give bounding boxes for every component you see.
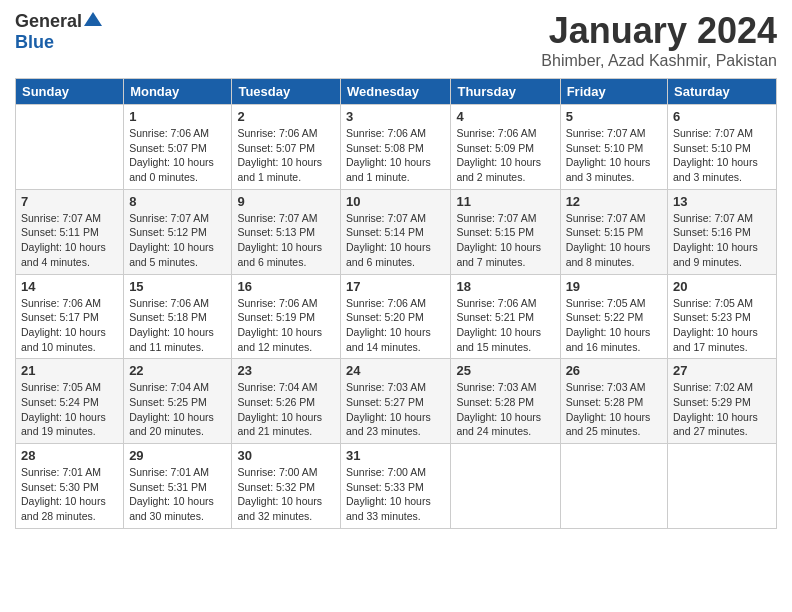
calendar-cell: 21Sunrise: 7:05 AM Sunset: 5:24 PM Dayli…	[16, 359, 124, 444]
day-info: Sunrise: 7:04 AM Sunset: 5:25 PM Dayligh…	[129, 380, 226, 439]
day-number: 29	[129, 448, 226, 463]
day-info: Sunrise: 7:07 AM Sunset: 5:12 PM Dayligh…	[129, 211, 226, 270]
calendar-cell	[16, 105, 124, 190]
logo-triangle-icon	[84, 10, 102, 28]
calendar-cell	[451, 444, 560, 529]
day-number: 9	[237, 194, 335, 209]
day-info: Sunrise: 7:02 AM Sunset: 5:29 PM Dayligh…	[673, 380, 771, 439]
calendar-cell: 15Sunrise: 7:06 AM Sunset: 5:18 PM Dayli…	[124, 274, 232, 359]
calendar-cell: 30Sunrise: 7:00 AM Sunset: 5:32 PM Dayli…	[232, 444, 341, 529]
day-info: Sunrise: 7:06 AM Sunset: 5:18 PM Dayligh…	[129, 296, 226, 355]
day-number: 31	[346, 448, 445, 463]
calendar-cell: 4Sunrise: 7:06 AM Sunset: 5:09 PM Daylig…	[451, 105, 560, 190]
calendar-cell: 13Sunrise: 7:07 AM Sunset: 5:16 PM Dayli…	[668, 189, 777, 274]
day-info: Sunrise: 7:07 AM Sunset: 5:15 PM Dayligh…	[566, 211, 662, 270]
day-info: Sunrise: 7:00 AM Sunset: 5:33 PM Dayligh…	[346, 465, 445, 524]
day-info: Sunrise: 7:05 AM Sunset: 5:24 PM Dayligh…	[21, 380, 118, 439]
weekday-header-friday: Friday	[560, 79, 667, 105]
day-number: 15	[129, 279, 226, 294]
day-number: 19	[566, 279, 662, 294]
calendar-cell: 29Sunrise: 7:01 AM Sunset: 5:31 PM Dayli…	[124, 444, 232, 529]
day-number: 21	[21, 363, 118, 378]
calendar-cell: 26Sunrise: 7:03 AM Sunset: 5:28 PM Dayli…	[560, 359, 667, 444]
day-info: Sunrise: 7:01 AM Sunset: 5:31 PM Dayligh…	[129, 465, 226, 524]
calendar-week-row: 14Sunrise: 7:06 AM Sunset: 5:17 PM Dayli…	[16, 274, 777, 359]
day-info: Sunrise: 7:00 AM Sunset: 5:32 PM Dayligh…	[237, 465, 335, 524]
day-number: 30	[237, 448, 335, 463]
day-number: 7	[21, 194, 118, 209]
weekday-header-thursday: Thursday	[451, 79, 560, 105]
day-number: 18	[456, 279, 554, 294]
calendar-cell: 3Sunrise: 7:06 AM Sunset: 5:08 PM Daylig…	[341, 105, 451, 190]
weekday-header-sunday: Sunday	[16, 79, 124, 105]
day-number: 4	[456, 109, 554, 124]
location-title: Bhimber, Azad Kashmir, Pakistan	[541, 52, 777, 70]
day-info: Sunrise: 7:07 AM Sunset: 5:10 PM Dayligh…	[566, 126, 662, 185]
day-number: 3	[346, 109, 445, 124]
day-info: Sunrise: 7:01 AM Sunset: 5:30 PM Dayligh…	[21, 465, 118, 524]
calendar-cell: 11Sunrise: 7:07 AM Sunset: 5:15 PM Dayli…	[451, 189, 560, 274]
day-info: Sunrise: 7:06 AM Sunset: 5:20 PM Dayligh…	[346, 296, 445, 355]
calendar-week-row: 21Sunrise: 7:05 AM Sunset: 5:24 PM Dayli…	[16, 359, 777, 444]
calendar-cell: 20Sunrise: 7:05 AM Sunset: 5:23 PM Dayli…	[668, 274, 777, 359]
day-number: 25	[456, 363, 554, 378]
calendar-cell: 12Sunrise: 7:07 AM Sunset: 5:15 PM Dayli…	[560, 189, 667, 274]
day-info: Sunrise: 7:06 AM Sunset: 5:09 PM Dayligh…	[456, 126, 554, 185]
weekday-header-tuesday: Tuesday	[232, 79, 341, 105]
day-number: 1	[129, 109, 226, 124]
calendar-cell: 14Sunrise: 7:06 AM Sunset: 5:17 PM Dayli…	[16, 274, 124, 359]
calendar-cell: 7Sunrise: 7:07 AM Sunset: 5:11 PM Daylig…	[16, 189, 124, 274]
weekday-header-row: SundayMondayTuesdayWednesdayThursdayFrid…	[16, 79, 777, 105]
calendar-cell: 8Sunrise: 7:07 AM Sunset: 5:12 PM Daylig…	[124, 189, 232, 274]
day-info: Sunrise: 7:06 AM Sunset: 5:07 PM Dayligh…	[237, 126, 335, 185]
day-number: 24	[346, 363, 445, 378]
day-number: 22	[129, 363, 226, 378]
calendar-cell: 28Sunrise: 7:01 AM Sunset: 5:30 PM Dayli…	[16, 444, 124, 529]
calendar-cell: 18Sunrise: 7:06 AM Sunset: 5:21 PM Dayli…	[451, 274, 560, 359]
day-info: Sunrise: 7:07 AM Sunset: 5:13 PM Dayligh…	[237, 211, 335, 270]
calendar-cell: 27Sunrise: 7:02 AM Sunset: 5:29 PM Dayli…	[668, 359, 777, 444]
day-info: Sunrise: 7:06 AM Sunset: 5:07 PM Dayligh…	[129, 126, 226, 185]
day-number: 12	[566, 194, 662, 209]
calendar-cell	[668, 444, 777, 529]
day-info: Sunrise: 7:03 AM Sunset: 5:27 PM Dayligh…	[346, 380, 445, 439]
day-info: Sunrise: 7:07 AM Sunset: 5:14 PM Dayligh…	[346, 211, 445, 270]
day-number: 14	[21, 279, 118, 294]
day-number: 17	[346, 279, 445, 294]
title-area: January 2024 Bhimber, Azad Kashmir, Paki…	[541, 10, 777, 70]
day-info: Sunrise: 7:05 AM Sunset: 5:22 PM Dayligh…	[566, 296, 662, 355]
calendar-cell: 9Sunrise: 7:07 AM Sunset: 5:13 PM Daylig…	[232, 189, 341, 274]
weekday-header-saturday: Saturday	[668, 79, 777, 105]
day-number: 20	[673, 279, 771, 294]
day-info: Sunrise: 7:07 AM Sunset: 5:16 PM Dayligh…	[673, 211, 771, 270]
calendar-cell: 25Sunrise: 7:03 AM Sunset: 5:28 PM Dayli…	[451, 359, 560, 444]
day-info: Sunrise: 7:06 AM Sunset: 5:08 PM Dayligh…	[346, 126, 445, 185]
calendar-cell: 23Sunrise: 7:04 AM Sunset: 5:26 PM Dayli…	[232, 359, 341, 444]
logo: General Blue	[15, 10, 102, 53]
calendar-cell: 17Sunrise: 7:06 AM Sunset: 5:20 PM Dayli…	[341, 274, 451, 359]
day-number: 5	[566, 109, 662, 124]
day-number: 27	[673, 363, 771, 378]
day-number: 11	[456, 194, 554, 209]
day-number: 13	[673, 194, 771, 209]
calendar-cell: 10Sunrise: 7:07 AM Sunset: 5:14 PM Dayli…	[341, 189, 451, 274]
day-info: Sunrise: 7:04 AM Sunset: 5:26 PM Dayligh…	[237, 380, 335, 439]
calendar-week-row: 28Sunrise: 7:01 AM Sunset: 5:30 PM Dayli…	[16, 444, 777, 529]
calendar-week-row: 7Sunrise: 7:07 AM Sunset: 5:11 PM Daylig…	[16, 189, 777, 274]
day-number: 8	[129, 194, 226, 209]
day-info: Sunrise: 7:05 AM Sunset: 5:23 PM Dayligh…	[673, 296, 771, 355]
calendar-cell: 24Sunrise: 7:03 AM Sunset: 5:27 PM Dayli…	[341, 359, 451, 444]
day-info: Sunrise: 7:07 AM Sunset: 5:15 PM Dayligh…	[456, 211, 554, 270]
weekday-header-monday: Monday	[124, 79, 232, 105]
calendar-cell: 31Sunrise: 7:00 AM Sunset: 5:33 PM Dayli…	[341, 444, 451, 529]
day-info: Sunrise: 7:06 AM Sunset: 5:17 PM Dayligh…	[21, 296, 118, 355]
day-number: 10	[346, 194, 445, 209]
month-title: January 2024	[541, 10, 777, 52]
calendar-table: SundayMondayTuesdayWednesdayThursdayFrid…	[15, 78, 777, 529]
day-info: Sunrise: 7:07 AM Sunset: 5:10 PM Dayligh…	[673, 126, 771, 185]
day-info: Sunrise: 7:06 AM Sunset: 5:19 PM Dayligh…	[237, 296, 335, 355]
calendar-cell: 16Sunrise: 7:06 AM Sunset: 5:19 PM Dayli…	[232, 274, 341, 359]
day-number: 2	[237, 109, 335, 124]
day-info: Sunrise: 7:07 AM Sunset: 5:11 PM Dayligh…	[21, 211, 118, 270]
calendar-cell: 5Sunrise: 7:07 AM Sunset: 5:10 PM Daylig…	[560, 105, 667, 190]
